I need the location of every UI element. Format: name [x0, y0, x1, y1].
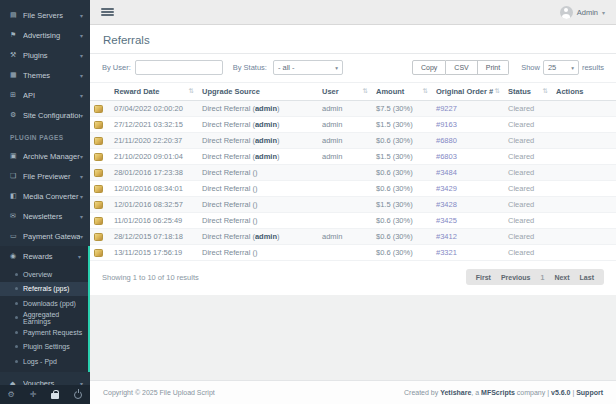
cell-original-order[interactable]: #6880 [432, 133, 504, 149]
lock-icon[interactable] [51, 393, 59, 399]
cell-original-order[interactable]: #3425 [432, 213, 504, 229]
cell-original-order[interactable]: #9227 [432, 101, 504, 117]
sidebar-item-advertising[interactable]: ⚑Advertising▾ [0, 25, 90, 45]
cell-upgrade-source: Direct Referral () [198, 165, 318, 181]
cell-reward-date: 28/01/2016 17:23:38 [110, 165, 198, 181]
credit-text: , a [471, 389, 481, 396]
rewards-icon: ◉ [10, 252, 23, 260]
cell-original-order[interactable]: #9163 [432, 117, 504, 133]
csv-button[interactable]: CSV [446, 60, 477, 75]
pagination-1[interactable]: 1 [541, 274, 545, 281]
copy-button[interactable]: Copy [412, 60, 446, 75]
money-icon [94, 249, 103, 257]
column-amount[interactable]: Amount⇅ [372, 83, 432, 101]
source-user-link[interactable]: admin [255, 152, 277, 161]
print-button[interactable]: Print [478, 60, 509, 75]
cell-actions [552, 181, 616, 197]
by-status-label: By Status: [233, 63, 267, 72]
referrals-table-body: 07/04/2022 02:00:20Direct Referral (admi… [90, 101, 616, 261]
plug-icon: ⚒ [10, 51, 23, 59]
cell-original-order[interactable]: #3412 [432, 229, 504, 245]
sidebar-subitem-payment-requests[interactable]: Payment Requests [0, 325, 88, 340]
sidebar-item-media-converter[interactable]: ◧Media Converter▾ [0, 186, 90, 206]
sidebar-subitem-plugin-settings[interactable]: Plugin Settings [0, 340, 88, 355]
sidebar-item-payment-gateways[interactable]: ▭Payment Gateways▾ [0, 226, 90, 246]
fullscreen-icon[interactable]: ✛ [30, 391, 37, 399]
cell-amount: $0.6 (30%) [372, 133, 432, 149]
copyright-text: Copyright © 2025 File Upload Script [103, 389, 215, 396]
sidebar-item-archive-manager[interactable]: ▣Archive Manager▾ [0, 146, 90, 166]
cell-reward-date: 12/01/2016 08:32:57 [110, 197, 198, 213]
chevron-down-icon: ▾ [80, 233, 83, 240]
sidebar-item-themes[interactable]: ▦Themes▾ [0, 65, 90, 85]
power-icon[interactable] [74, 391, 82, 399]
sidebar-item-api[interactable]: ⊞API▾ [0, 85, 90, 105]
showing-results-text: Showing 1 to 10 of 10 results [102, 273, 199, 282]
pagination-last[interactable]: Last [580, 274, 594, 281]
credit-link-v5-6-0[interactable]: v5.6.0 [551, 389, 570, 396]
credit-link-mfscripts[interactable]: MFScripts [481, 389, 515, 396]
show-count-select[interactable]: 25 ▾ [543, 60, 579, 75]
cell-original-order[interactable]: #6803 [432, 149, 504, 165]
sidebar-item-plugins[interactable]: ⚒Plugins▾ [0, 45, 90, 65]
cell-original-order[interactable]: #3428 [432, 197, 504, 213]
user-menu[interactable]: Admin ▾ [560, 6, 605, 19]
chevron-down-icon: ▾ [80, 193, 83, 200]
by-user-label: By User: [102, 63, 131, 72]
chevron-down-icon: ▾ [80, 153, 83, 160]
column-original-order[interactable]: Original Order #⇅ [432, 83, 504, 101]
sort-icon: ⇅ [423, 87, 428, 95]
pagination-previous[interactable]: Previous [501, 274, 531, 281]
money-icon [94, 105, 103, 113]
table-footer: Showing 1 to 10 of 10 results FirstPrevi… [90, 261, 616, 295]
app-window: ▤File Servers▾⚑Advertising▾⚒Plugins▾▦The… [0, 0, 616, 404]
sidebar-item-file-previewer[interactable]: ❏File Previewer▾ [0, 166, 90, 186]
sidebar-item-site-configuration[interactable]: ⚙Site Configuration▾ [0, 105, 90, 125]
chevron-down-icon: ▾ [602, 9, 605, 16]
column-reward-date[interactable]: Reward Date⇅ [110, 83, 198, 101]
sidebar-subitem-overview[interactable]: Overview [0, 267, 88, 282]
cell-reward-date: 07/04/2022 02:00:20 [110, 101, 198, 117]
gear-icon: ⚙ [10, 111, 23, 119]
sidebar-subitem-downloads-ppd[interactable]: Downloads (ppd) [0, 296, 88, 311]
cell-actions [552, 245, 616, 261]
sidebar-item-rewards[interactable]: ◉Rewards▾ [0, 246, 88, 266]
menu-toggle-icon[interactable] [101, 6, 114, 18]
pagination-first[interactable]: First [476, 274, 491, 281]
source-user-link[interactable]: admin [255, 104, 277, 113]
source-user-link[interactable]: admin [255, 136, 277, 145]
cell-original-order[interactable]: #3429 [432, 181, 504, 197]
credit-link-yetishare[interactable]: Yetishare [440, 389, 471, 396]
cell-original-order[interactable]: #3484 [432, 165, 504, 181]
sidebar-item-newsletters[interactable]: ✉Newsletters▾ [0, 206, 90, 226]
by-status-select[interactable]: - all - ▾ [273, 60, 343, 75]
sidebar-subitem-referrals-pps[interactable]: Referrals (pps) [0, 282, 88, 297]
column-status[interactable]: Status⇅ [504, 83, 552, 101]
cell-amount: $0.6 (30%) [372, 181, 432, 197]
source-user-link[interactable]: admin [255, 232, 277, 241]
column-upgrade-source[interactable]: Upgrade Source [198, 83, 318, 101]
pagination-next[interactable]: Next [554, 274, 569, 281]
money-icon [94, 233, 103, 241]
cell-user: admin [318, 117, 372, 133]
media-icon: ◧ [10, 192, 23, 200]
cell-status: Cleared [504, 229, 552, 245]
sidebar-subitem-logs-ppd[interactable]: Logs - Ppd [0, 354, 88, 369]
cell-original-order[interactable]: #3321 [432, 245, 504, 261]
cell-actions [552, 101, 616, 117]
source-user-link[interactable]: admin [255, 120, 277, 129]
cell-actions [552, 197, 616, 213]
by-user-input[interactable] [135, 60, 223, 75]
cell-actions [552, 229, 616, 245]
sidebar-subitem-aggregated-earnings[interactable]: Aggregated Earnings [0, 311, 88, 326]
cell-actions [552, 149, 616, 165]
page-footer: Copyright © 2025 File Upload Script Crea… [90, 380, 616, 404]
cell-actions [552, 165, 616, 181]
cell-amount: $7.5 (30%) [372, 101, 432, 117]
sidebar-item-file-servers[interactable]: ▤File Servers▾ [0, 5, 90, 25]
filter-bar: By User: By Status: - all - ▾ CopyCSVPri… [90, 54, 616, 82]
credit-link-support[interactable]: Support [576, 389, 603, 396]
cell-amount: $1.5 (30%) [372, 197, 432, 213]
column-user[interactable]: User⇅ [318, 83, 372, 101]
gear-icon[interactable]: ⚙ [8, 391, 15, 399]
